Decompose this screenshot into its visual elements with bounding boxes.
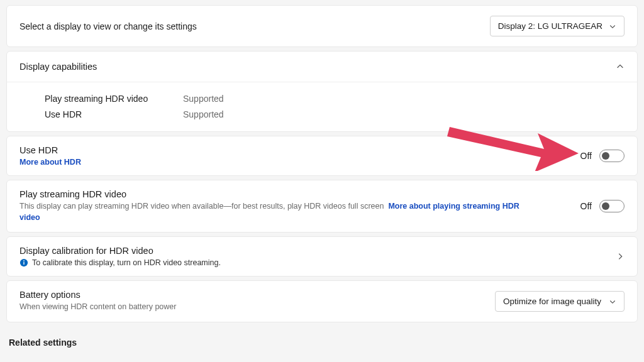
info-icon <box>19 258 28 267</box>
battery-options-title: Battery options <box>19 290 176 300</box>
capability-row: Play streaming HDR video Supported <box>45 91 625 107</box>
display-calibration-title: Display calibration for HDR video <box>19 246 221 256</box>
display-capabilities-panel: Display capabilities Play streaming HDR … <box>6 51 638 132</box>
play-streaming-hdr-title: Play streaming HDR video <box>19 189 523 199</box>
svg-rect-1 <box>23 262 24 265</box>
battery-options-dropdown[interactable]: Optimize for image quality <box>495 291 625 312</box>
capability-label: Use HDR <box>45 107 158 123</box>
display-dropdown-value: Display 2: LG ULTRAGEAR <box>498 21 602 31</box>
use-hdr-toggle-state: Off <box>580 151 592 161</box>
play-streaming-hdr-desc: This display can play streaming HDR vide… <box>19 201 523 223</box>
play-streaming-hdr-toggle-state: Off <box>580 201 592 211</box>
capability-value: Supported <box>183 91 224 107</box>
battery-options-panel: Battery options When viewing HDR content… <box>6 280 638 322</box>
related-settings-heading: Related settings <box>6 326 638 348</box>
display-capabilities-header[interactable]: Display capabilities <box>7 52 637 82</box>
chevron-down-icon <box>609 23 616 30</box>
play-streaming-hdr-toggle[interactable] <box>599 200 625 212</box>
play-streaming-hdr-panel: Play streaming HDR video This display ca… <box>6 180 638 233</box>
select-display-prompt: Select a display to view or change its s… <box>19 21 197 31</box>
chevron-up-icon <box>616 62 625 71</box>
capability-label: Play streaming HDR video <box>45 91 158 107</box>
more-about-hdr-link[interactable]: More about HDR <box>19 158 81 167</box>
use-hdr-panel: Use HDR More about HDR Off <box>6 136 638 176</box>
display-calibration-panel[interactable]: Display calibration for HDR video To cal… <box>6 236 638 277</box>
capability-row: Use HDR Supported <box>45 107 625 123</box>
use-hdr-toggle[interactable] <box>599 150 625 162</box>
battery-options-value: Optimize for image quality <box>503 297 601 306</box>
display-calibration-info: To calibrate this display, turn on HDR v… <box>32 258 221 267</box>
capability-value: Supported <box>183 107 224 123</box>
capabilities-table: Play streaming HDR video Supported Use H… <box>7 82 637 131</box>
battery-options-desc: When viewing HDR content on battery powe… <box>19 302 176 313</box>
display-capabilities-title: Display capabilities <box>19 62 97 72</box>
use-hdr-title: Use HDR <box>19 145 81 155</box>
chevron-down-icon <box>609 298 616 305</box>
chevron-right-icon <box>616 252 625 261</box>
display-dropdown[interactable]: Display 2: LG ULTRAGEAR <box>490 16 625 36</box>
display-selector-panel: Select a display to view or change its s… <box>6 5 638 47</box>
svg-point-2 <box>23 260 25 261</box>
